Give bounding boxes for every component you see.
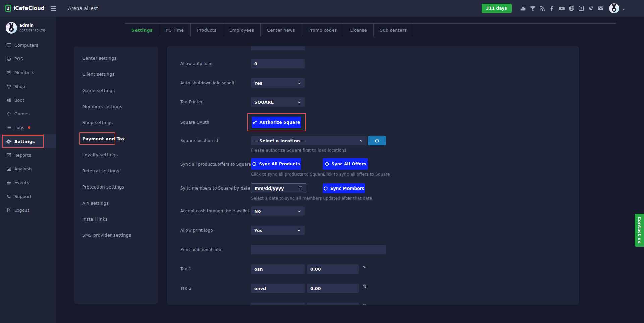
tab-products[interactable]: Products (191, 24, 223, 36)
settings-nav-label: API settings (82, 201, 109, 206)
trophy-icon[interactable] (530, 5, 536, 11)
print-additional-info-input[interactable] (251, 245, 386, 254)
tab-pc-time[interactable]: PC Time (159, 24, 191, 36)
settings-nav-api-settings[interactable]: API settings (74, 195, 158, 211)
sidebar-item-computers[interactable]: Computers (0, 38, 56, 52)
tab-center-news[interactable]: Center news (261, 24, 302, 36)
user-avatar[interactable] (609, 3, 619, 13)
square-location-id-select[interactable]: -- Select a location -- (251, 136, 367, 145)
sidebar-item-logs[interactable]: Logs (0, 121, 56, 134)
tab-employees[interactable]: Employees (223, 24, 261, 36)
sidebar: admin 005193482475 ComputersPOSMembersSh… (0, 17, 56, 323)
sidebar-item-boot[interactable]: Boot (0, 93, 56, 107)
chevron-down-icon[interactable] (622, 6, 626, 10)
settings-nav-referral-settings[interactable]: Referral settings (74, 163, 158, 179)
globe-icon[interactable] (569, 5, 575, 11)
tax-printer-value: SQUARE (254, 100, 274, 105)
form-helper-text: Click to sync all products to Square (251, 172, 324, 177)
tax-2-rate-input[interactable]: 0.00 (307, 284, 359, 293)
sidebar-item-label: Logs (14, 125, 24, 130)
phone-icon (6, 194, 11, 199)
icafe-mark-icon[interactable]: 2 (578, 5, 584, 11)
chevron-down-icon (297, 228, 301, 233)
facebook-icon[interactable] (549, 5, 555, 11)
days-remaining-badge[interactable]: 311 days (482, 4, 512, 13)
settings-nav-shop-settings[interactable]: Shop settings (74, 114, 158, 130)
accept-cash-through-the-e-wallet-select[interactable]: No (251, 206, 305, 216)
sidebar-item-reports[interactable]: Reports (0, 148, 56, 162)
tab-sub-centers[interactable]: Sub centers (374, 24, 414, 36)
partial-scrolled-input[interactable] (251, 46, 305, 50)
sidebar-item-label: Analysis (14, 166, 32, 171)
settings-nav-label: Payment and Tax (82, 136, 125, 141)
settings-nav-protection-settings[interactable]: Protection settings (74, 179, 158, 195)
tab-settings[interactable]: Settings (125, 24, 159, 36)
accept-cash-through-the-e-wallet-value: No (254, 209, 261, 214)
chevron-down-icon (359, 139, 363, 143)
form-helper-text: Please authorize Square first to load lo… (251, 148, 346, 153)
sidebar-item-label: Members (14, 70, 34, 75)
sidebar-item-analysis[interactable]: Analysis (0, 162, 56, 176)
layers-icon[interactable] (588, 5, 594, 11)
contact-us-tab[interactable]: Contact us (635, 214, 644, 247)
tax-2-name-input[interactable]: envd (251, 284, 305, 293)
hamburger-menu-icon[interactable] (51, 6, 56, 11)
brand[interactable]: 2 iCafeCloud (0, 0, 56, 17)
settings-nav-payment-and-tax[interactable]: Payment and Tax (74, 130, 158, 147)
mail-icon[interactable] (598, 5, 604, 11)
sidebar-item-label: Shop (14, 84, 25, 89)
sync-icon (252, 162, 257, 166)
line-chart-icon (6, 153, 11, 158)
settings-nav-game-settings[interactable]: Game settings (74, 82, 158, 98)
tab-promo-codes[interactable]: Promo codes (302, 24, 344, 36)
sidebar-user: admin 005193482475 (6, 22, 45, 34)
sidebar-item-logout[interactable]: Logout (0, 203, 56, 217)
rss-icon[interactable] (539, 5, 545, 11)
sync-members-date-input[interactable]: mm/dd/yyyy (251, 183, 306, 193)
youtube-icon[interactable] (559, 5, 565, 11)
sidebar-item-label: Logout (14, 208, 29, 213)
sync-icon (323, 186, 328, 191)
sync-all-offers-button[interactable]: Sync All Offers (323, 158, 368, 170)
percent-suffix: % (363, 303, 366, 305)
authorize-square-button[interactable]: Authorize Square (252, 117, 301, 128)
sidebar-item-settings[interactable]: Settings (0, 134, 56, 148)
sync-members-button-label: Sync Members (330, 186, 364, 191)
date-placeholder: mm/dd/yyyy (255, 186, 284, 191)
tab-license[interactable]: License (343, 24, 373, 36)
form-helper-text: Select a date to sync all members update… (251, 196, 372, 201)
settings-nav-center-settings[interactable]: Center settings (74, 50, 158, 66)
sidebar-item-games[interactable]: Games (0, 107, 56, 121)
notification-dot (28, 126, 30, 129)
sidebar-item-support[interactable]: Support (0, 190, 56, 203)
sync-members-button[interactable]: Sync Members (323, 183, 365, 193)
games-icon (6, 111, 11, 116)
tax-printer-select[interactable]: SQUARE (251, 97, 305, 107)
allow-auto-loan-input[interactable]: 0 (251, 59, 305, 68)
settings-nav-client-settings[interactable]: Client settings (74, 66, 158, 82)
settings-nav-install-links[interactable]: Install links (74, 211, 158, 227)
tax-3-name-input[interactable] (251, 303, 305, 305)
tax-1-name-input[interactable]: osn (251, 264, 305, 274)
authorize-square-button-label: Authorize Square (260, 120, 300, 125)
allow-print-logo-select[interactable]: Yes (251, 226, 305, 235)
sidebar-item-events[interactable]: Events (0, 176, 56, 190)
tax-3-rate-input[interactable] (307, 303, 359, 305)
tax-1-rate-input[interactable]: 0.00 (307, 264, 359, 274)
sync-all-products-button[interactable]: Sync All Products (251, 158, 301, 170)
settings-nav-loyalty-settings[interactable]: Loyalty settings (74, 147, 158, 163)
allow-print-logo-value: Yes (254, 228, 262, 233)
ranking-icon[interactable] (520, 5, 526, 11)
settings-nav-members-settings[interactable]: Members settings (74, 98, 158, 114)
settings-nav-sms-provider-settings[interactable]: SMS provider settings (74, 227, 158, 243)
chevron-down-icon (297, 209, 301, 213)
sidebar-item-members[interactable]: Members (0, 66, 56, 79)
settings-nav-label: SMS provider settings (82, 233, 131, 238)
sidebar-avatar[interactable] (6, 22, 17, 34)
sidebar-item-shop[interactable]: Shop (0, 79, 56, 93)
percent-suffix: % (363, 284, 366, 289)
monitor-icon (6, 43, 11, 48)
refresh-locations-button[interactable] (368, 136, 386, 145)
sidebar-item-pos[interactable]: POS (0, 52, 56, 66)
auto-shutdown-idle-sonoff-select[interactable]: Yes (251, 78, 305, 88)
